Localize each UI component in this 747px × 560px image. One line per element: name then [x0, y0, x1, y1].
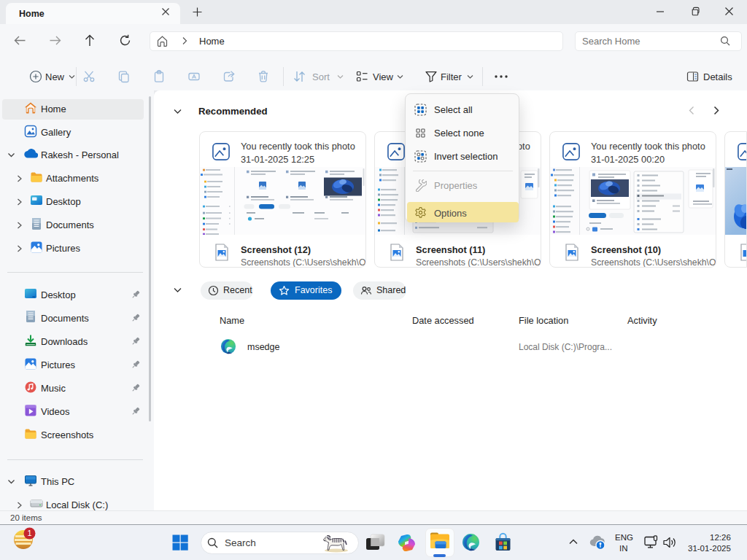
svg-text:1: 1: [27, 529, 31, 537]
